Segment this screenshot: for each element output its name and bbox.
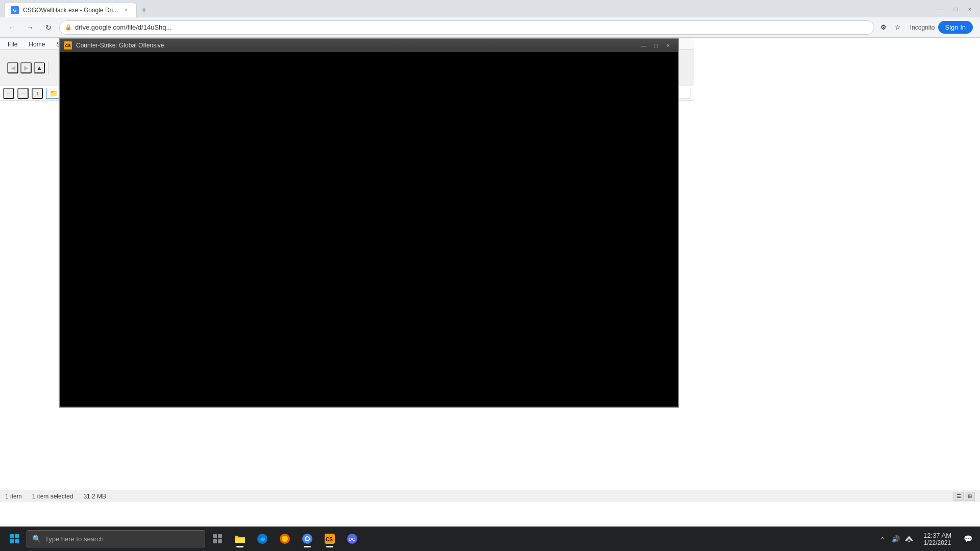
ribbon-tab-home[interactable]: Home	[23, 38, 51, 50]
browser-content-area: File Home Share View Application Tools ⚙…	[0, 38, 980, 527]
csgo-app-icon: CS	[64, 41, 72, 49]
svg-rect-47	[15, 539, 19, 543]
taskbar-search-bar[interactable]: 🔍 Type here to search	[27, 530, 205, 547]
status-selected: 1 item selected	[32, 493, 74, 500]
clock-widget[interactable]: 12:37 AM 1/22/2021	[919, 529, 955, 549]
svg-rect-51	[218, 539, 222, 543]
ribbon-forward-button[interactable]: ▶	[20, 62, 32, 73]
taskbar-indicator-csgo	[326, 546, 333, 547]
chrome-browser: G CSGOWallHack.exe - Google Dri... × + —…	[0, 0, 980, 551]
taskbar-task-view-button[interactable]	[207, 529, 228, 549]
fe-forward-button[interactable]: →	[17, 88, 29, 99]
tray-network-icon[interactable]	[903, 529, 915, 549]
notification-button[interactable]: 💬	[960, 529, 976, 549]
address-bar[interactable]: 🔒 drive.google.com/file/d/14uShq...	[59, 20, 874, 35]
svg-point-54	[282, 536, 288, 542]
taskbar-search-placeholder: Type here to search	[45, 535, 104, 543]
taskbar-chrome-icon[interactable]	[297, 529, 317, 549]
svg-text:CS: CS	[326, 537, 333, 542]
start-button[interactable]	[4, 529, 24, 549]
fe-back-button[interactable]: ←	[3, 88, 14, 99]
clock-date: 1/22/2021	[924, 539, 951, 546]
fe-up-button[interactable]: ↑	[32, 88, 43, 99]
system-tray: ^ 🔊	[876, 529, 915, 549]
fe-view-icons: ☰ ⊞	[953, 492, 975, 501]
tray-volume-icon[interactable]: 🔊	[890, 529, 902, 549]
taskbar-indicator-fe	[236, 546, 243, 547]
incognito-label: Incognito	[910, 24, 935, 31]
csgo-title-text: Counter-Strike: Global Offensive	[76, 42, 634, 49]
taskbar-csgo-icon[interactable]: CS	[320, 529, 340, 549]
ssl-lock-icon: 🔒	[65, 24, 72, 31]
tray-up-arrow[interactable]: ^	[876, 529, 889, 549]
clock-time: 12:37 AM	[923, 532, 951, 539]
taskbar-indicator-chrome	[304, 546, 311, 547]
nav-back-button[interactable]: ←	[4, 20, 19, 35]
chrome-tab-active[interactable]: G CSGOWallHack.exe - Google Dri... ×	[4, 2, 137, 17]
csgo-close-button[interactable]: ×	[663, 41, 674, 50]
ribbon-back-button[interactable]: ◀	[7, 62, 18, 73]
svg-point-62	[909, 541, 910, 542]
svg-rect-44	[10, 534, 14, 538]
window-controls: — □ ×	[935, 3, 976, 17]
nav-refresh-button[interactable]: ↻	[41, 20, 56, 35]
tab-title: CSGOWallHack.exe - Google Dri...	[23, 7, 118, 14]
extension-icon-1[interactable]: ⚙	[877, 21, 890, 34]
csgo-window-buttons: — □ ×	[638, 41, 674, 50]
browser-minimize-button[interactable]: —	[935, 3, 947, 15]
fe-folder-icon: 📁	[50, 89, 58, 97]
browser-close-button[interactable]: ×	[964, 3, 976, 15]
svg-rect-46	[10, 539, 14, 543]
nav-forward-button[interactable]: →	[22, 20, 38, 35]
ribbon-up-button[interactable]: ▲	[34, 62, 45, 73]
chrome-extensions: ⚙ ☆	[877, 21, 904, 34]
csgo-minimize-button[interactable]: —	[638, 41, 649, 50]
csgo-titlebar: CS Counter-Strike: Global Offensive — □ …	[60, 39, 678, 52]
chrome-title-bar: G CSGOWallHack.exe - Google Dri... × + —…	[0, 0, 980, 17]
taskbar-discord-icon[interactable]: DC	[342, 529, 362, 549]
fe-list-view-button[interactable]: ☰	[953, 492, 964, 501]
taskbar-firefox-icon[interactable]	[275, 529, 295, 549]
status-item-count: 1 item	[5, 493, 22, 500]
address-text: drive.google.com/file/d/14uShq...	[75, 23, 869, 31]
taskbar: 🔍 Type here to search	[0, 527, 980, 551]
taskbar-edge-icon[interactable]	[252, 529, 273, 549]
csgo-game-window: CS Counter-Strike: Global Offensive — □ …	[59, 38, 679, 408]
tab-close-button[interactable]: ×	[122, 6, 130, 14]
svg-rect-48	[213, 534, 217, 538]
svg-text:DC: DC	[349, 537, 355, 542]
taskbar-search-icon: 🔍	[32, 535, 41, 543]
chrome-profile: Incognito Sign In	[907, 21, 976, 34]
ribbon-tab-file[interactable]: File	[2, 38, 23, 50]
new-tab-button[interactable]: +	[137, 3, 151, 17]
sign-in-button[interactable]: Sign In	[938, 21, 973, 34]
svg-rect-50	[213, 539, 217, 543]
status-size: 31.2 MB	[83, 493, 106, 500]
browser-maximize-button[interactable]: □	[949, 3, 962, 15]
taskbar-file-explorer-icon[interactable]	[230, 529, 250, 549]
ribbon-nav-group: ◀ ▶ ▲	[4, 61, 48, 74]
tab-favicon: G	[11, 6, 19, 14]
fe-status-bar: 1 item 1 item selected 31.2 MB ☰ ⊞	[0, 490, 980, 502]
taskbar-right: ^ 🔊 12:37 AM 1/22/2021 💬	[876, 529, 976, 549]
svg-point-57	[306, 537, 309, 540]
svg-rect-45	[15, 534, 19, 538]
extension-icon-2[interactable]: ☆	[892, 21, 904, 34]
chrome-toolbar: ← → ↻ 🔒 drive.google.com/file/d/14uShq..…	[0, 17, 980, 38]
fe-details-view-button[interactable]: ⊞	[965, 492, 975, 501]
csgo-maximize-button[interactable]: □	[650, 41, 662, 50]
svg-rect-49	[218, 534, 222, 538]
